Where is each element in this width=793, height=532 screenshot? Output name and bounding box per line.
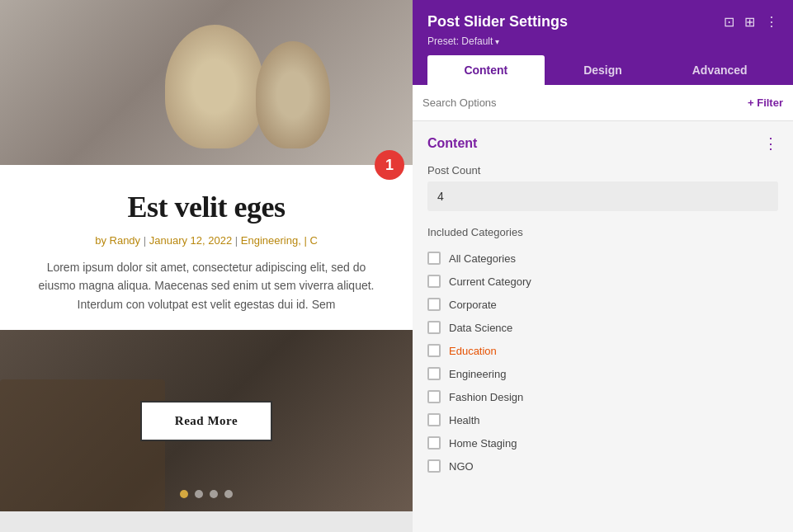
section-header: Content ⋮ [427, 134, 778, 153]
section-menu-icon[interactable]: ⋮ [763, 134, 778, 153]
preview-content: 1 Est velit eges by Randy | January 12, … [0, 165, 413, 330]
preset-selector[interactable]: Preset: Default [427, 35, 778, 47]
checkbox-current[interactable] [427, 275, 441, 288]
dot-1[interactable] [180, 490, 188, 498]
category-data-science[interactable]: Data Science [427, 316, 778, 339]
grid-icon[interactable]: ⊞ [744, 14, 755, 30]
slider-dots [180, 490, 233, 498]
author-text: by Randy [95, 234, 140, 247]
more-icon[interactable]: ⋮ [765, 14, 778, 30]
preview-body-text: Lorem ipsum dolor sit amet, consectetur … [33, 258, 380, 313]
category-education[interactable]: Education [427, 339, 778, 362]
preview-area: 1 Est velit eges by Randy | January 12, … [0, 0, 413, 532]
category-name-education: Education [449, 345, 497, 357]
tab-content[interactable]: Content [427, 55, 545, 85]
checkbox-all[interactable] [427, 252, 441, 265]
expand-icon[interactable]: ⊡ [724, 14, 734, 30]
checkbox-data-science[interactable] [427, 321, 441, 334]
category-all[interactable]: All Categories [427, 247, 778, 270]
category-corporate[interactable]: Corporate [427, 293, 778, 316]
section-title: Content [427, 136, 477, 151]
dot-4[interactable] [224, 490, 233, 498]
category-name-engineering: Engineering [449, 368, 506, 380]
search-input[interactable] [422, 97, 748, 109]
panel-tabs: Content Design Advanced [427, 55, 778, 85]
date-text: January 12, 2022 [149, 234, 232, 247]
tab-advanced[interactable]: Advanced [661, 55, 778, 85]
category-text: Engineering, | C [241, 234, 318, 247]
checkbox-fashion[interactable] [427, 390, 441, 403]
dot-3[interactable] [210, 490, 218, 498]
checkbox-corporate[interactable] [427, 298, 441, 311]
preview-meta: by Randy | January 12, 2022 | Engineerin… [33, 234, 380, 247]
post-count-input[interactable] [427, 181, 778, 211]
category-current[interactable]: Current Category [427, 270, 778, 293]
search-bar: + Filter [413, 85, 793, 121]
preview-title: Est velit eges [33, 190, 380, 224]
preview-top-image [0, 0, 413, 165]
category-name-home-staging: Home Staging [449, 437, 517, 450]
separator-2: | [235, 234, 241, 247]
panel-header: Post Slider Settings ⊡ ⊞ ⋮ Preset: Defau… [413, 0, 793, 85]
category-name-all: All Categories [449, 252, 516, 265]
dot-2[interactable] [195, 490, 203, 498]
checkbox-health[interactable] [427, 413, 441, 426]
post-count-label: Post Count [427, 164, 778, 177]
category-home-staging[interactable]: Home Staging [427, 431, 778, 454]
tab-design[interactable]: Design [545, 55, 662, 85]
category-name-ngo: NGO [449, 460, 474, 473]
category-fashion[interactable]: Fashion Design [427, 385, 778, 408]
settings-panel: Post Slider Settings ⊡ ⊞ ⋮ Preset: Defau… [413, 0, 793, 532]
panel-title: Post Slider Settings [427, 13, 568, 31]
category-name-current: Current Category [449, 275, 531, 288]
notification-badge: 1 [375, 150, 404, 180]
category-ngo[interactable]: NGO [427, 454, 778, 478]
checkbox-engineering[interactable] [427, 367, 441, 380]
category-name-data-science: Data Science [449, 322, 512, 334]
panel-body: Content ⋮ Post Count Included Categories… [413, 121, 793, 532]
categories-label: Included Categories [427, 226, 778, 238]
header-icons: ⊡ ⊞ ⋮ [724, 14, 778, 30]
category-name-health: Health [449, 414, 480, 426]
checkbox-home-staging[interactable] [427, 436, 441, 450]
category-health[interactable]: Health [427, 408, 778, 431]
filter-button[interactable]: + Filter [748, 97, 783, 109]
separator-1: | [144, 234, 149, 247]
checkbox-ngo[interactable] [427, 459, 441, 473]
read-more-button[interactable]: Read More [140, 401, 272, 441]
category-engineering[interactable]: Engineering [427, 362, 778, 385]
category-name-corporate: Corporate [449, 299, 497, 311]
panel-header-top: Post Slider Settings ⊡ ⊞ ⋮ [427, 13, 778, 31]
preview-bottom-image: Read More [0, 330, 413, 511]
category-name-fashion: Fashion Design [449, 391, 523, 403]
checkbox-education[interactable] [427, 344, 441, 357]
